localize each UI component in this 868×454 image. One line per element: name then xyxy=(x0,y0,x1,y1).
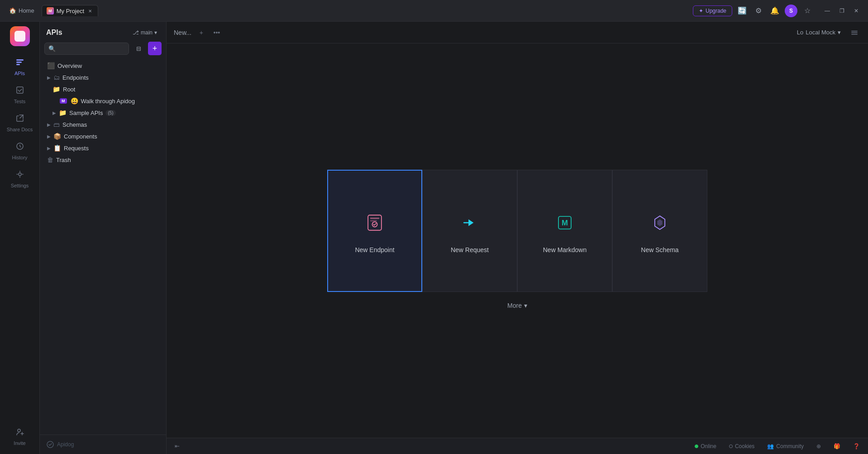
collapse-button[interactable]: ⇤ xyxy=(172,442,182,450)
app-logo[interactable] xyxy=(10,26,30,46)
cards-area: New Endpoint New Request xyxy=(167,43,868,438)
content-area: New... + ••• Lo Local Mock ▾ xyxy=(167,22,868,454)
tree-item-schemas[interactable]: ▶ 🗃 Schemas xyxy=(43,119,162,130)
requests-label: Requests xyxy=(64,145,89,152)
local-mock-chevron: ▾ xyxy=(838,29,841,36)
svg-rect-12 xyxy=(370,217,379,219)
help-button[interactable]: ❓ xyxy=(850,442,863,450)
titlebar-actions: ✦ Upgrade 🔄 ⚙ 🔔 S ☆ — ❐ ✕ xyxy=(693,5,863,17)
add-button[interactable]: + xyxy=(148,42,162,55)
user-avatar[interactable]: S xyxy=(785,5,797,17)
home-tab[interactable]: 🏠 Home xyxy=(5,5,38,16)
new-tab-label: New... xyxy=(174,29,191,36)
invite-icon xyxy=(15,427,25,439)
tab-label: My Project xyxy=(57,8,84,14)
tree-item-walkthrough[interactable]: M 😀 Walk through Apidog xyxy=(43,95,162,107)
more-chevron-icon: ▾ xyxy=(524,302,527,309)
sample-apis-expand-icon: ▶ xyxy=(52,110,56,115)
bottom-bar: ⇤ Online Cookies 👥 Community ⊕ 🎁 ❓ xyxy=(167,438,868,454)
root-folder-icon: 📁 xyxy=(52,86,60,93)
endpoint-card-icon xyxy=(360,208,389,237)
sidebar-item-tests[interactable]: Tests xyxy=(4,81,36,108)
search-input[interactable] xyxy=(58,45,125,52)
titlebar: 🏠 Home M My Project ✕ ✦ Upgrade 🔄 ⚙ 🔔 S … xyxy=(0,0,868,22)
requests-expand-icon: ▶ xyxy=(47,146,51,151)
svg-rect-11 xyxy=(368,215,382,230)
filter-button[interactable]: ⊟ xyxy=(132,42,145,55)
tab-icon: M xyxy=(47,7,54,14)
online-indicator xyxy=(695,444,698,448)
sidebar-item-apis[interactable]: APIs xyxy=(4,53,36,80)
project-tab[interactable]: M My Project ✕ xyxy=(42,5,98,16)
content-header: New... + ••• Lo Local Mock ▾ xyxy=(167,22,868,43)
minimize-button[interactable]: — xyxy=(821,5,834,17)
overview-label: Overview xyxy=(57,62,82,69)
svg-rect-1 xyxy=(16,62,22,63)
bookmark-icon[interactable]: ☆ xyxy=(801,5,814,17)
new-schema-card[interactable]: New Schema xyxy=(612,170,707,292)
tree-item-components[interactable]: ▶ 📦 Components xyxy=(43,130,162,142)
new-markdown-card[interactable]: M New Markdown xyxy=(517,170,612,292)
walkthrough-emoji: 😀 xyxy=(71,97,78,105)
apidog-logo-label: Apidog xyxy=(57,441,74,448)
notifications-icon[interactable]: 🔔 xyxy=(768,5,781,17)
local-mock-abbr: Lo xyxy=(797,29,803,36)
tree-item-sample-apis[interactable]: ▶ 📁 Sample APIs (5) xyxy=(43,107,162,119)
branch-icon: ⎇ xyxy=(133,29,139,36)
sidebar-item-settings[interactable]: Settings xyxy=(4,166,36,192)
sample-apis-label: Sample APIs xyxy=(69,110,103,116)
upgrade-label: Upgrade xyxy=(706,8,726,14)
endpoints-expand-icon: ▶ xyxy=(47,75,51,80)
more-row: More ▾ xyxy=(502,299,533,312)
components-icon: 📦 xyxy=(53,133,61,140)
svg-rect-9 xyxy=(851,32,858,33)
logo-inner xyxy=(14,31,25,42)
gift-button[interactable]: 🎁 xyxy=(831,442,843,450)
layout-menu-button[interactable] xyxy=(848,26,861,39)
tree-item-trash[interactable]: 🗑 Trash xyxy=(43,154,162,166)
tree-item-root[interactable]: 📁 Root xyxy=(43,83,162,95)
header-action-icons: + ••• xyxy=(195,26,223,39)
svg-rect-8 xyxy=(851,31,858,32)
maximize-button[interactable]: ❐ xyxy=(835,5,848,17)
more-button[interactable]: More ▾ xyxy=(502,299,533,312)
cookies-icon xyxy=(729,444,733,448)
online-status[interactable]: Online xyxy=(692,442,719,450)
local-mock-label: Local Mock xyxy=(806,29,835,36)
community-button[interactable]: 👥 Community xyxy=(764,442,806,450)
components-label: Components xyxy=(64,133,97,140)
icon-nav: APIs Tests Share Docs xyxy=(0,22,40,454)
root-label: Root xyxy=(63,86,75,93)
add-server-button[interactable]: ⊕ xyxy=(814,442,824,450)
sidebar-item-history[interactable]: History xyxy=(4,138,36,164)
tests-icon xyxy=(15,85,25,97)
more-options-button[interactable]: ••• xyxy=(210,26,223,39)
gift-icon: 🎁 xyxy=(834,443,840,449)
apidog-logo-icon xyxy=(46,440,54,449)
markdown-card-icon: M xyxy=(550,208,579,237)
sidebar-title: APIs xyxy=(46,29,62,37)
close-button[interactable]: ✕ xyxy=(850,5,863,17)
sidebar-item-share-docs[interactable]: Share Docs xyxy=(4,110,36,136)
overview-icon: ⬛ xyxy=(47,62,55,69)
apidog-branding: Apidog xyxy=(46,440,74,449)
tab-close-button[interactable]: ✕ xyxy=(87,8,93,14)
endpoints-icon: 🗂 xyxy=(53,74,60,81)
settings-gear-icon[interactable]: ⚙ xyxy=(752,5,765,17)
new-request-card[interactable]: New Request xyxy=(422,170,517,292)
svg-point-5 xyxy=(19,173,21,176)
cookies-button[interactable]: Cookies xyxy=(726,442,757,450)
add-tab-button[interactable]: + xyxy=(195,26,208,39)
branch-selector[interactable]: ⎇ main ▾ xyxy=(130,28,160,37)
search-bar[interactable]: 🔍 xyxy=(44,43,129,55)
sidebar-item-invite[interactable]: Invite xyxy=(4,423,36,449)
new-endpoint-card[interactable]: New Endpoint xyxy=(327,170,422,292)
cards-row: New Endpoint New Request xyxy=(327,170,707,292)
tree-item-overview[interactable]: ⬛ Overview xyxy=(43,60,162,72)
tree-item-endpoints[interactable]: ▶ 🗂 Endpoints xyxy=(43,72,162,83)
refresh-button[interactable]: 🔄 xyxy=(736,5,749,17)
tree-item-requests[interactable]: ▶ 📋 Requests xyxy=(43,142,162,154)
svg-rect-10 xyxy=(851,34,858,35)
local-mock-selector[interactable]: Lo Local Mock ▾ xyxy=(793,27,844,38)
upgrade-button[interactable]: ✦ Upgrade xyxy=(693,5,732,16)
